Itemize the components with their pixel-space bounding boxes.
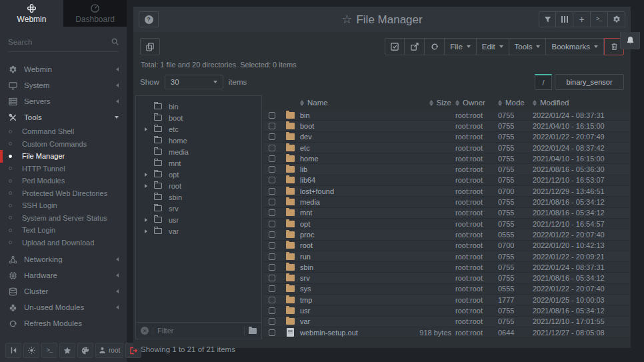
sidebar-item-system[interactable]: System (0, 77, 127, 93)
tree-item[interactable]: srv (136, 203, 261, 214)
table-row[interactable]: sbin root:root 0755 2022/01/24 - 08:37:3… (264, 262, 630, 273)
chevron-right-icon[interactable] (145, 139, 154, 143)
file-name[interactable]: root (300, 241, 392, 249)
sidebar-item-tools[interactable]: Tools (0, 109, 127, 125)
tree-item[interactable]: opt (136, 169, 261, 180)
sidebar-item-cluster[interactable]: Cluster (0, 283, 127, 299)
user-button[interactable]: root (95, 343, 123, 358)
file-name[interactable]: bin (300, 111, 392, 119)
sidebar-item-refresh-modules[interactable]: Refresh Modules (0, 315, 127, 331)
row-checkbox[interactable] (269, 199, 275, 205)
chevron-right-icon[interactable] (145, 229, 154, 233)
search-input[interactable] (8, 38, 111, 46)
row-checkbox[interactable] (269, 242, 275, 249)
table-row[interactable]: lost+found root:root 0700 2021/12/29 - 1… (264, 186, 630, 197)
row-checkbox[interactable] (269, 155, 275, 162)
table-row[interactable]: boot root:root 0755 2021/04/10 - 16:15:0… (264, 121, 630, 131)
tools-menu-button[interactable]: Tools (509, 38, 547, 55)
submenu-item[interactable]: Perl Modules (0, 175, 127, 187)
row-checkbox[interactable] (269, 177, 275, 183)
shell-button[interactable]: >_ (591, 11, 608, 27)
tree-item[interactable]: media (136, 146, 261, 157)
file-name[interactable]: sys (300, 285, 392, 293)
table-row[interactable]: sys root:root 0555 2022/01/22 - 20:07:40 (264, 284, 630, 295)
row-checkbox[interactable] (269, 253, 275, 260)
table-row[interactable]: etc root:root 0755 2022/01/24 - 08:37:42 (264, 143, 630, 153)
filter-button[interactable] (539, 11, 556, 27)
file-name[interactable]: usr (300, 307, 392, 315)
table-row[interactable]: tmp root:root 1777 2022/01/25 - 10:00:03 (264, 295, 630, 305)
table-row[interactable]: lib64 root:root 0755 2021/12/10 - 16:53:… (264, 175, 630, 186)
row-checkbox[interactable] (269, 231, 275, 238)
row-checkbox[interactable] (269, 307, 275, 314)
row-checkbox[interactable] (269, 318, 275, 325)
table-row[interactable]: mnt root:root 0755 2021/08/16 - 05:34:12 (264, 208, 630, 219)
bookmarks-menu-button[interactable]: Bookmarks (546, 38, 604, 55)
row-checkbox[interactable] (269, 264, 275, 271)
table-row[interactable]: root root:root 0700 2022/01/20 - 10:42:1… (264, 241, 630, 251)
file-menu-button[interactable]: File (445, 38, 477, 55)
help-button[interactable]: ? (139, 11, 159, 27)
folder-icon[interactable] (249, 328, 257, 334)
tree-item[interactable]: boot (136, 112, 261, 123)
submenu-item[interactable]: Text Login (0, 224, 127, 237)
select-all-button[interactable] (385, 38, 405, 55)
chevron-right-icon[interactable] (145, 105, 154, 109)
file-name[interactable]: run (300, 253, 392, 261)
submenu-item[interactable]: Custom Commands (0, 138, 127, 151)
tree-item[interactable]: etc (136, 123, 261, 135)
chevron-right-icon[interactable] (145, 184, 154, 188)
column-header-modified[interactable]: Modified (533, 99, 630, 107)
chevron-right-icon[interactable] (145, 161, 154, 165)
chevron-right-icon[interactable] (145, 173, 154, 177)
column-header-size[interactable]: Size (392, 99, 455, 107)
path-input[interactable] (555, 74, 624, 90)
table-row[interactable]: bin root:root 0755 2022/01/24 - 08:37:31 (264, 110, 630, 121)
edit-menu-button[interactable]: Edit (477, 38, 509, 55)
row-checkbox[interactable] (269, 145, 275, 151)
sidebar-item-unused-modules[interactable]: Un-used Modules (0, 299, 127, 315)
table-row[interactable]: srv root:root 0755 2021/08/16 - 05:34:12 (264, 273, 630, 283)
tab-webmin[interactable]: Webmin (0, 0, 63, 27)
refresh-button[interactable] (425, 38, 445, 55)
file-name[interactable]: dev (300, 133, 392, 141)
file-name[interactable]: tmp (300, 296, 392, 304)
tree-item[interactable]: bin (136, 101, 261, 112)
table-row[interactable]: home root:root 0755 2021/04/10 - 16:15:0… (264, 153, 630, 164)
sidebar-item-networking[interactable]: Networking (0, 251, 127, 267)
file-name[interactable]: boot (300, 122, 392, 130)
tree-item[interactable]: usr (136, 214, 261, 225)
terminal-button[interactable]: >_ (41, 343, 57, 358)
table-row[interactable]: var root:root 0755 2021/12/10 - 17:01:55 (264, 317, 630, 327)
submenu-item[interactable]: HTTP Tunnel (0, 163, 127, 175)
theme-toggle-button[interactable] (23, 343, 39, 358)
notifications-tab[interactable] (620, 32, 640, 49)
submenu-item[interactable]: File Manager (0, 150, 127, 163)
show-items-select[interactable]: 30 (165, 75, 223, 89)
row-checkbox[interactable] (269, 188, 275, 195)
table-row[interactable]: dev root:root 0755 2022/01/22 - 20:07:49 (264, 132, 630, 143)
favorites-button[interactable] (59, 343, 75, 358)
sidebar-item-hardware[interactable]: Hardware (0, 267, 127, 283)
file-name[interactable]: mnt (300, 209, 392, 217)
file-name[interactable]: webmin-setup.out (300, 329, 392, 337)
chevron-right-icon[interactable] (145, 127, 154, 131)
chevron-right-icon[interactable] (145, 150, 154, 154)
row-checkbox[interactable] (269, 133, 275, 140)
file-name[interactable]: proc (300, 231, 392, 239)
file-name[interactable]: etc (300, 144, 392, 152)
submenu-item[interactable]: Protected Web Directories (0, 187, 127, 200)
submenu-item[interactable]: SSH Login (0, 199, 127, 212)
sort-icon[interactable] (533, 100, 537, 106)
chevron-right-icon[interactable] (145, 195, 154, 199)
table-row[interactable]: proc root:root 0555 2022/01/22 - 20:07:4… (264, 229, 630, 240)
sort-icon[interactable] (498, 100, 502, 106)
row-checkbox[interactable] (269, 285, 275, 292)
columns-button[interactable] (556, 11, 573, 27)
submenu-item[interactable]: Upload and Download (0, 237, 127, 249)
search-icon[interactable] (111, 37, 119, 46)
table-row[interactable]: opt root:root 0755 2021/12/10 - 16:54:57 (264, 219, 630, 229)
submenu-item[interactable]: Command Shell (0, 125, 127, 138)
sidebar-item-webmin[interactable]: Webmin (0, 61, 127, 77)
chevron-right-icon[interactable] (145, 116, 154, 120)
